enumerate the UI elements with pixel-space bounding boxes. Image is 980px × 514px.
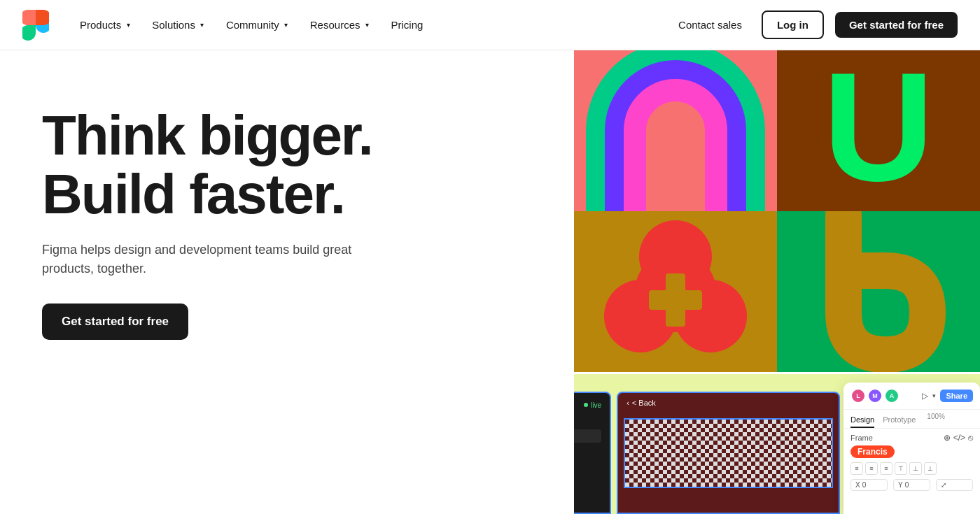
live-text: live: [591, 401, 601, 409]
align-left-icon[interactable]: ≡: [850, 462, 863, 475]
align-center-icon[interactable]: ≡: [865, 462, 878, 475]
right-panel-actions: ▷ ▾ Share: [922, 390, 973, 402]
align-middle-icon[interactable]: ⊥: [909, 462, 922, 475]
xy-row: X 0 Y 0 ⤢: [850, 479, 973, 491]
figma-right-panel: L M A ▷ ▾ Share Design Prototype 100% Fr…: [844, 383, 980, 514]
frame-label: Frame: [850, 434, 873, 442]
arch-svg: [584, 50, 766, 211]
navbar: Products ▾ Solutions ▾ Community ▾ Resou…: [0, 0, 980, 50]
avatar-group: L M A: [850, 388, 899, 404]
art-cell-flower: [574, 211, 777, 372]
right-panel-tabs: Design Prototype 100%: [844, 410, 980, 429]
nav-label-products: Products: [80, 19, 121, 31]
logo[interactable]: [22, 6, 49, 45]
chevron-down-icon: ▾: [363, 21, 371, 29]
nav-item-community[interactable]: Community ▾: [218, 13, 299, 36]
code-icon[interactable]: </>: [953, 433, 965, 443]
candy-cane-svg: [802, 211, 955, 372]
share-button[interactable]: Share: [940, 390, 973, 402]
align-right-icon[interactable]: ≡: [880, 462, 892, 475]
canvas-frame-back: ‹ < Back: [617, 392, 840, 514]
play-icon[interactable]: ▷: [922, 391, 928, 401]
hero-headline-line1: Think bigger.: [42, 104, 372, 166]
nav-label-solutions: Solutions: [152, 19, 195, 31]
link-icon[interactable]: ⎋: [968, 433, 973, 443]
flower-svg: [598, 215, 752, 369]
frame-type-row: Frame ⊕ </> ⎋: [850, 433, 973, 443]
x-value: 0: [862, 481, 867, 489]
francis-badge: Francis: [850, 445, 895, 458]
hero-left: Think bigger. Build faster. Figma helps …: [0, 50, 574, 514]
back-label: < Back: [632, 399, 656, 407]
size-input[interactable]: ⤢: [936, 479, 973, 491]
align-top-icon[interactable]: ⊤: [895, 462, 907, 475]
chevron-down-icon: ▾: [282, 21, 290, 29]
art-cell-arch: [574, 50, 777, 211]
x-label: X: [855, 481, 860, 489]
hero-headline: Think bigger. Build faster.: [42, 106, 532, 224]
play-dropdown-icon[interactable]: ▾: [932, 392, 936, 399]
nav-item-solutions[interactable]: Solutions ▾: [144, 13, 215, 36]
art-cell-candy: [777, 211, 980, 372]
target-icon[interactable]: ⊕: [944, 433, 951, 443]
align-icons: ≡ ≡ ≡ ⊤ ⊥ ⊥: [850, 462, 973, 475]
right-panel-header: L M A ▷ ▾ Share: [844, 383, 980, 410]
avatar-purple: M: [867, 388, 883, 404]
tab-design[interactable]: Design: [850, 413, 874, 428]
nav-label-pricing: Pricing: [391, 19, 423, 31]
zoom-level: 100%: [924, 413, 948, 428]
avatar-pink: L: [850, 388, 866, 404]
u-letter: U: [823, 50, 934, 204]
align-bottom-icon[interactable]: ⊥: [924, 462, 937, 475]
nav-label-resources: Resources: [310, 19, 360, 31]
nav-item-pricing[interactable]: Pricing: [382, 13, 431, 36]
hero-headline-line2: Build faster.: [42, 163, 344, 225]
nav-right: Contact sales Log in Get started for fre…: [670, 10, 958, 39]
live-dot: [584, 403, 588, 407]
y-value: 0: [905, 481, 909, 489]
x-input[interactable]: X 0: [850, 479, 888, 491]
live-badge: live: [584, 401, 601, 409]
hero-art: U: [574, 50, 980, 372]
nav-item-resources[interactable]: Resources ▾: [302, 13, 380, 36]
back-chevron-icon: ‹: [626, 399, 629, 407]
get-started-hero-button[interactable]: Get started for free: [42, 304, 188, 340]
login-button[interactable]: Log in: [762, 10, 824, 39]
y-input[interactable]: Y 0: [893, 479, 930, 491]
back-button[interactable]: ‹ < Back: [618, 393, 839, 413]
nav-item-products[interactable]: Products ▾: [71, 13, 141, 36]
nav-label-community: Community: [226, 19, 279, 31]
chevron-down-icon: ▾: [198, 21, 206, 29]
size-icon: ⤢: [941, 481, 946, 489]
checkerboard-placeholder: [624, 418, 833, 488]
hero-section: Think bigger. Build faster. Figma helps …: [0, 50, 980, 514]
y-label: Y: [898, 481, 903, 489]
get-started-nav-button[interactable]: Get started for free: [835, 12, 958, 38]
chevron-down-icon: ▾: [124, 21, 132, 29]
frame-icons: ⊕ </> ⎋: [944, 433, 973, 443]
art-cell-u: U: [777, 50, 980, 211]
svg-rect-5: [649, 290, 702, 310]
avatar-green: A: [884, 388, 899, 404]
tab-prototype[interactable]: Prototype: [883, 413, 916, 428]
contact-sales-link[interactable]: Contact sales: [670, 13, 750, 36]
hero-subtext: Figma helps design and development teams…: [42, 241, 406, 278]
nav-links: Products ▾ Solutions ▾ Community ▾ Resou…: [71, 13, 670, 36]
right-panel-body: Frame ⊕ </> ⎋ Francis ≡ ≡ ≡ ⊤ ⊥ ⊥: [844, 429, 980, 495]
